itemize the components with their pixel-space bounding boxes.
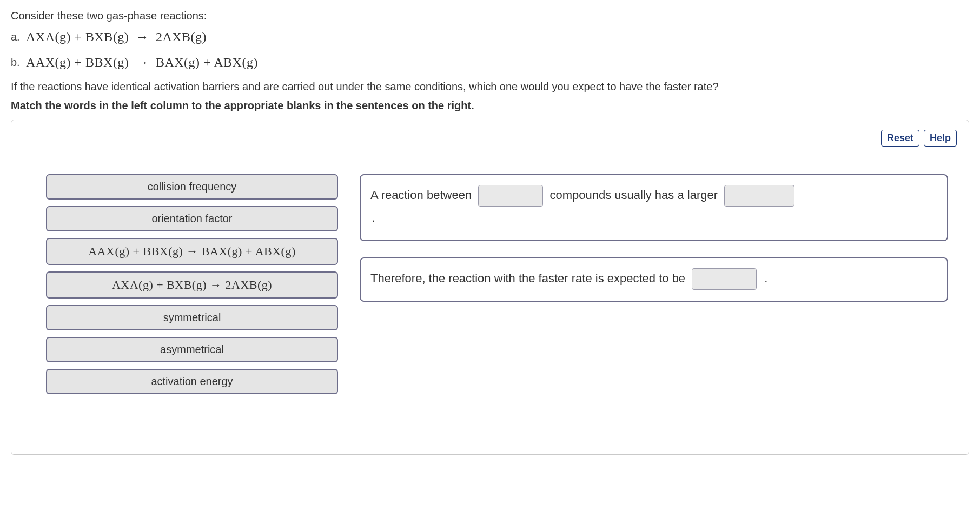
help-button[interactable]: Help: [924, 130, 957, 147]
arrow-icon: →: [133, 55, 153, 69]
card1-text-end: .: [372, 211, 375, 224]
tile-reaction-a[interactable]: AXA(g) + BXB(g) → 2AXB(g): [46, 271, 338, 299]
item-b-letter: b.: [11, 56, 26, 69]
arrow-icon: →: [133, 30, 153, 44]
item-a-letter: a.: [11, 31, 26, 43]
target-card-2: Therefore, the reaction with the faster …: [360, 257, 948, 302]
tile-label: orientation factor: [152, 213, 233, 224]
tile-symmetrical[interactable]: symmetrical: [46, 305, 338, 330]
drop-slot-reaction[interactable]: [692, 268, 757, 290]
reset-button[interactable]: Reset: [881, 130, 919, 147]
eqn-b-rhs2: ABX(g): [214, 55, 258, 69]
tile-label: asymmetrical: [160, 343, 224, 355]
tile-collision-frequency[interactable]: collision frequency: [46, 174, 338, 200]
reaction-a-equation: AXA(g) + BXB(g) → 2AXB(g): [26, 30, 207, 44]
tile-label: symmetrical: [163, 311, 221, 323]
reaction-b-equation: AAX(g) + BBX(g) → BAX(g) + ABX(g): [26, 55, 258, 70]
tile-label: AXA(g) + BXB(g) → 2AXB(g): [112, 278, 272, 291]
card2-text-pre: Therefore, the reaction with the faster …: [370, 271, 685, 285]
tile-reaction-b[interactable]: AAX(g) + BBX(g) → BAX(g) + ABX(g): [46, 238, 338, 265]
targets-column: A reaction between compounds usually has…: [360, 174, 957, 401]
intro-text: Consider these two gas-phase reactions:: [11, 10, 969, 22]
tiles-column: collision frequency orientation factor A…: [46, 174, 338, 401]
tile-label: activation energy: [151, 375, 233, 387]
eqn-a-lhs1: AXA(g): [26, 30, 71, 44]
drop-slot-factor[interactable]: [724, 185, 794, 207]
card1-text-mid: compounds usually has a larger: [549, 188, 718, 202]
activity-panel: Reset Help collision frequency orientati…: [11, 120, 969, 455]
plus-sign: +: [203, 55, 211, 69]
eqn-b-lhs2: BBX(g): [85, 55, 129, 69]
drop-slot-compound-type[interactable]: [478, 185, 543, 207]
tile-label: collision frequency: [148, 181, 237, 193]
tile-orientation-factor[interactable]: orientation factor: [46, 206, 338, 231]
tile-activation-energy[interactable]: activation energy: [46, 369, 338, 394]
target-card-1: A reaction between compounds usually has…: [360, 174, 948, 241]
question-text: If the reactions have identical activati…: [11, 81, 969, 93]
eqn-a-lhs2: BXB(g): [85, 30, 129, 44]
plus-sign: +: [74, 30, 82, 44]
instruction-text: Match the words in the left column to th…: [11, 100, 969, 112]
eqn-a-rhs: 2AXB(g): [156, 30, 207, 44]
eqn-b-lhs1: AAX(g): [26, 55, 71, 69]
tile-asymmetrical[interactable]: asymmetrical: [46, 337, 338, 362]
plus-sign: +: [74, 55, 82, 69]
card2-text-end: .: [764, 271, 767, 285]
tile-label: AAX(g) + BBX(g) → BAX(g) + ABX(g): [88, 244, 296, 258]
card1-text-pre: A reaction between: [370, 188, 472, 202]
eqn-b-rhs1: BAX(g): [156, 55, 200, 69]
